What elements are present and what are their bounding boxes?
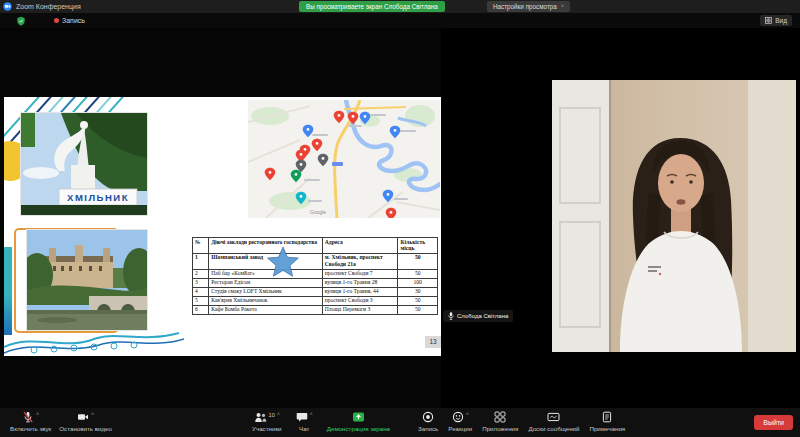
participants-label: Участники: [252, 425, 282, 432]
table-cell: проспект Свободи 3: [322, 296, 398, 305]
table-cell: 50: [398, 296, 438, 305]
table-cell: 50: [398, 269, 438, 278]
meeting-info-bar: Запись Вид: [0, 13, 800, 28]
table-header-cell: Адреса: [322, 238, 398, 254]
smiley-icon: [452, 411, 464, 423]
app-title: Zoom Конференция: [16, 3, 81, 10]
table-cell: 2: [193, 269, 209, 278]
table-cell: 50: [398, 305, 438, 314]
record-button[interactable]: Запись: [414, 408, 442, 432]
view-button[interactable]: Вид: [760, 15, 792, 26]
recording-label: Запись: [62, 17, 85, 24]
city-monument-photo: ХМІЛЬНИК: [21, 113, 147, 215]
record-dot-icon: [54, 18, 59, 23]
google-map: Google: [248, 100, 440, 218]
table-cell: 3: [193, 278, 209, 287]
share-screen-label: Демонстрация экрана: [327, 425, 390, 432]
whiteboards-button[interactable]: Доски сообщений: [524, 408, 583, 432]
table-cell: Площа Перемоги 3: [322, 305, 398, 314]
apps-button[interactable]: Приложения: [478, 408, 522, 432]
chat-icon: [296, 411, 308, 423]
table-cell: Кафе Бомба Ракета: [209, 305, 323, 314]
svg-text:ХМІЛЬНИК: ХМІЛЬНИК: [67, 192, 129, 203]
google-watermark: Google: [310, 209, 326, 215]
table-cell: Ресторан Едісон: [209, 278, 323, 287]
chevron-down-icon: ˅: [561, 1, 565, 12]
zoom-window: Zoom Конференция Вы просматриваете экран…: [0, 0, 800, 437]
table-row: 6Кафе Бомба РакетаПлоща Перемоги 350: [193, 305, 438, 314]
table-row: 2Паб бар «КомБат»проспект Свободи 750: [193, 269, 438, 278]
participant-name-tag: Слобода Світлана: [443, 310, 513, 322]
stop-video-label: Остановить видео: [59, 425, 112, 432]
table-container: №Діючі заклади ресторанного господарства…: [192, 237, 440, 315]
participant-name: Слобода Світлана: [457, 313, 508, 319]
notes-label: Примечания: [589, 425, 625, 432]
stop-video-button[interactable]: ˄ Остановить видео: [55, 408, 116, 432]
participant-video-panel: Слобода Світлана: [441, 28, 800, 408]
unmute-label: Включить звук: [10, 425, 51, 432]
table-row: 5Кав'ярня Хмільничанокпроспект Свободи 3…: [193, 296, 438, 305]
table-row: 4Студія смаку LOFT Хмільниквулиця 1-го Т…: [193, 287, 438, 296]
slide-decoration-bar: [4, 247, 12, 335]
caret-up-icon[interactable]: ˄: [277, 411, 280, 417]
table-cell: 30: [398, 287, 438, 296]
table-cell: проспект Свободи 7: [322, 269, 398, 278]
reactions-button[interactable]: ˄ Реакции: [444, 408, 476, 432]
whiteboard-icon: [547, 411, 560, 423]
caret-up-icon[interactable]: ˄: [91, 411, 94, 417]
meeting-content: ХМІЛЬНИК: [0, 28, 800, 408]
presentation-slide: ХМІЛЬНИК: [4, 97, 441, 356]
title-bar: Zoom Конференция Вы просматриваете экран…: [0, 0, 800, 13]
security-shield-icon[interactable]: [16, 16, 26, 26]
caret-up-icon[interactable]: ˄: [310, 411, 313, 417]
table-cell: 6: [193, 305, 209, 314]
recording-indicator: Запись: [54, 17, 85, 24]
participant-video: [552, 80, 796, 352]
share-screen-icon: [352, 411, 365, 423]
participants-button[interactable]: 10 ˄ Участники: [248, 408, 286, 432]
leave-button[interactable]: Выйти: [754, 415, 793, 430]
share-screen-button[interactable]: Демонстрация экрана: [323, 408, 394, 432]
palace-photo: [27, 230, 147, 330]
unmute-button[interactable]: ˄ Включить звук: [6, 408, 55, 432]
chat-button[interactable]: ˄ Чат: [292, 408, 317, 432]
shared-screen-area: ХМІЛЬНИК: [0, 28, 441, 408]
table-cell: Кав'ярня Хмільничанок: [209, 296, 323, 305]
table-cell: вулиця 1-го Травня 28: [322, 278, 398, 287]
slide-page-number: 13: [425, 336, 441, 348]
restaurants-table: №Діючі заклади ресторанного господарства…: [192, 237, 438, 315]
record-circle-icon: [422, 411, 434, 423]
view-settings-button[interactable]: Настройки просмотра ˅: [487, 1, 570, 12]
table-cell: 100: [398, 278, 438, 287]
table-cell: 5: [193, 296, 209, 305]
table-cell: вулиця 1-го Травня, 44: [322, 287, 398, 296]
table-header-cell: №: [193, 238, 209, 254]
meeting-toolbar: ˄ Включить звук ˄ Остановить видео: [0, 408, 800, 437]
caret-up-icon[interactable]: ˄: [36, 411, 39, 417]
mic-muted-icon: [22, 411, 34, 423]
notes-button[interactable]: Примечания: [585, 408, 629, 432]
apps-grid-icon: [494, 411, 506, 423]
table-cell: 4: [193, 287, 209, 296]
view-grid-icon: [765, 17, 772, 24]
table-cell: м. Хмільник, проспект Свободи 21а: [322, 253, 398, 269]
camera-icon: [77, 411, 89, 423]
mic-icon: [448, 312, 454, 320]
participants-count: 10: [269, 412, 275, 418]
table-cell: Студія смаку LOFT Хмільник: [209, 287, 323, 296]
notes-icon: [601, 411, 613, 423]
table-header-cell: Кількість місць: [398, 238, 438, 254]
whiteboards-label: Доски сообщений: [528, 425, 579, 432]
participants-icon: [254, 411, 267, 423]
table-cell: 50: [398, 253, 438, 269]
record-label: Запись: [418, 425, 438, 432]
view-button-label: Вид: [775, 17, 787, 24]
table-header-row: №Діючі заклади ресторанного господарства…: [193, 238, 438, 254]
viewing-banner: Вы просматриваете экран Слобода Світлана: [299, 1, 445, 12]
zoom-logo-icon: [3, 2, 12, 11]
reactions-label: Реакции: [448, 425, 472, 432]
star-marker: [266, 245, 300, 279]
caret-up-icon[interactable]: ˄: [466, 411, 469, 417]
view-settings-label: Настройки просмотра: [493, 1, 557, 12]
table-row: 3Ресторан Едісонвулиця 1-го Травня 28100: [193, 278, 438, 287]
